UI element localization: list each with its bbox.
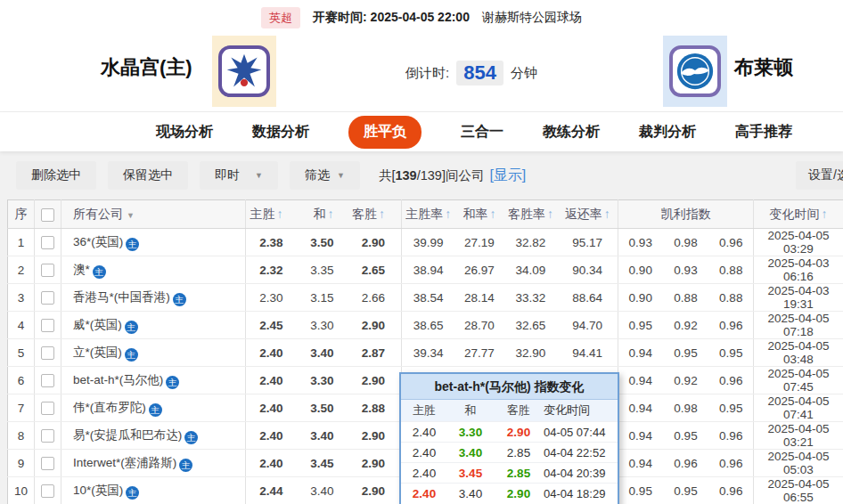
home-odds: 2.40 bbox=[246, 450, 299, 477]
col-company[interactable]: 所有公司▼ bbox=[61, 200, 246, 229]
return-rate: 88.64 bbox=[558, 284, 618, 312]
row-number: 3 bbox=[8, 284, 35, 312]
sort-up-icon: ↑ bbox=[445, 207, 451, 221]
analysis-nav: 现场分析数据分析胜平负三合一教练分析裁判分析高手推荐 bbox=[0, 112, 843, 151]
company-name[interactable]: 易*(安提瓜和巴布达)主 bbox=[61, 422, 246, 450]
kelly-index-2: 0.98 bbox=[663, 229, 709, 256]
draw-rate: 28.14 bbox=[455, 284, 504, 312]
nav-tab-7[interactable]: 高手推荐 bbox=[735, 123, 792, 142]
col-return-rate[interactable]: 返还率↑ bbox=[558, 200, 618, 229]
company-name[interactable]: bet-at-h*(马尔他)主 bbox=[61, 367, 246, 394]
company-name[interactable]: 10*(英国)主 bbox=[61, 477, 246, 504]
col-draw-odds[interactable]: 和↑ bbox=[299, 200, 350, 229]
away-team-crest bbox=[663, 36, 727, 107]
away-rate: 32.65 bbox=[504, 312, 558, 339]
host-badge-icon: 主 bbox=[179, 459, 192, 472]
nav-tab-2[interactable]: 数据分析 bbox=[252, 123, 309, 142]
row-checkbox[interactable] bbox=[41, 484, 54, 498]
chevron-down-icon: ▼ bbox=[127, 211, 135, 220]
col-home-rate[interactable]: 主胜率↑ bbox=[402, 200, 455, 229]
company-name[interactable]: 伟*(直布罗陀)主 bbox=[61, 394, 246, 422]
row-number: 5 bbox=[8, 339, 35, 367]
host-badge-icon: 主 bbox=[125, 321, 138, 334]
company-name[interactable]: 立*(英国)主 bbox=[61, 339, 246, 367]
kelly-index-1: 0.94 bbox=[618, 422, 663, 450]
row-checkbox[interactable] bbox=[41, 291, 54, 305]
delete-selected-button[interactable]: 删除选中 bbox=[16, 161, 96, 190]
company-name[interactable]: Interwet*(塞浦路斯)主 bbox=[61, 450, 246, 477]
row-checkbox-cell bbox=[35, 312, 61, 339]
filter-dropdown-label: 筛选 bbox=[305, 167, 330, 183]
home-rate: 39.99 bbox=[402, 229, 455, 256]
chevron-down-icon: ▼ bbox=[337, 171, 345, 180]
row-checkbox-cell bbox=[35, 422, 61, 450]
home-odds: 2.40 bbox=[246, 367, 299, 394]
select-all-checkbox[interactable] bbox=[41, 208, 54, 222]
sort-up-icon: ↑ bbox=[547, 207, 553, 221]
kelly-index-1: 0.90 bbox=[618, 284, 663, 312]
settings-button[interactable]: 设置/选 bbox=[796, 161, 843, 190]
nav-tab-3[interactable]: 胜平负 bbox=[348, 116, 422, 149]
show-link[interactable]: [显示] bbox=[489, 167, 526, 185]
popup-change-time: 04-04 18:29 bbox=[544, 487, 618, 500]
return-rate: 90.34 bbox=[558, 256, 618, 284]
row-checkbox[interactable] bbox=[41, 429, 54, 443]
popup-home-odds: 2.40 bbox=[401, 467, 447, 480]
kelly-index-1: 0.93 bbox=[618, 229, 663, 256]
chevron-down-icon: ▼ bbox=[255, 171, 263, 180]
keep-selected-button[interactable]: 保留选中 bbox=[108, 161, 188, 190]
row-checkbox[interactable] bbox=[41, 346, 54, 360]
away-rate: 32.82 bbox=[504, 229, 558, 256]
popup-change-time: 04-05 07:44 bbox=[544, 426, 618, 439]
col-away-odds[interactable]: 客胜↑ bbox=[350, 200, 402, 229]
kelly-index-3: 0.96 bbox=[709, 477, 754, 504]
row-checkbox[interactable] bbox=[41, 374, 54, 387]
popup-home-odds: 2.40 bbox=[401, 446, 447, 459]
kelly-index-1: 0.94 bbox=[618, 394, 663, 422]
kelly-index-1: 0.95 bbox=[618, 312, 663, 339]
draw-rate: 27.77 bbox=[455, 339, 504, 367]
match-info-bar: 英超 开赛时间: 2025-04-05 22:00 谢赫斯特公园球场 bbox=[0, 0, 843, 32]
row-checkbox[interactable] bbox=[41, 319, 54, 332]
change-time: 2025-04-05 07:41 bbox=[754, 394, 843, 422]
host-badge-icon: 主 bbox=[126, 486, 139, 500]
instant-dropdown[interactable]: 即时 ▼ bbox=[200, 161, 278, 190]
home-odds: 2.30 bbox=[246, 284, 299, 312]
draw-odds: 3.50 bbox=[299, 229, 350, 256]
col-away-rate[interactable]: 客胜率↑ bbox=[504, 200, 558, 229]
home-odds: 2.45 bbox=[246, 312, 299, 339]
company-name[interactable]: 36*(英国)主 bbox=[61, 229, 246, 256]
row-checkbox[interactable] bbox=[41, 236, 54, 249]
popup-col-header: 主胜 bbox=[401, 402, 447, 419]
draw-odds: 3.35 bbox=[299, 256, 350, 284]
popup-history-row: 2.403.402.9004-04 18:29 bbox=[401, 483, 618, 503]
change-time: 2025-04-05 05:03 bbox=[754, 450, 843, 477]
company-name[interactable]: 香港马*(中国香港)主 bbox=[61, 284, 246, 312]
row-number: 7 bbox=[8, 394, 35, 422]
row-checkbox[interactable] bbox=[41, 264, 54, 277]
countdown: 倒计时: 854 分钟 bbox=[405, 61, 537, 85]
away-rate: 34.09 bbox=[504, 256, 558, 284]
nav-tab-6[interactable]: 裁判分析 bbox=[639, 123, 696, 142]
nav-tab-5[interactable]: 教练分析 bbox=[543, 123, 600, 142]
nav-tab-1[interactable]: 现场分析 bbox=[156, 123, 213, 142]
nav-tab-4[interactable]: 三合一 bbox=[461, 123, 503, 142]
col-draw-rate[interactable]: 和率↑ bbox=[455, 200, 504, 229]
company-name[interactable]: 威*(英国)主 bbox=[61, 312, 246, 339]
league-badge[interactable]: 英超 bbox=[261, 7, 300, 28]
kelly-index-2: 0.93 bbox=[663, 256, 709, 284]
row-checkbox[interactable] bbox=[41, 457, 54, 470]
kelly-index-2: 0.88 bbox=[663, 284, 709, 312]
filter-dropdown[interactable]: 筛选 ▼ bbox=[290, 161, 360, 190]
away-odds: 2.90 bbox=[350, 229, 402, 256]
row-checkbox[interactable] bbox=[41, 402, 54, 415]
kelly-index-2: 0.92 bbox=[663, 367, 709, 394]
home-team-crest bbox=[212, 36, 276, 107]
countdown-unit: 分钟 bbox=[511, 65, 537, 82]
return-rate: 94.70 bbox=[558, 312, 618, 339]
company-name[interactable]: 澳*主 bbox=[61, 256, 246, 284]
host-badge-icon: 主 bbox=[149, 403, 162, 417]
col-home-odds[interactable]: 主胜↑ bbox=[246, 200, 299, 229]
col-change-time[interactable]: 变化时间↑ bbox=[754, 200, 843, 229]
kelly-index-2: 0.95 bbox=[663, 422, 709, 450]
